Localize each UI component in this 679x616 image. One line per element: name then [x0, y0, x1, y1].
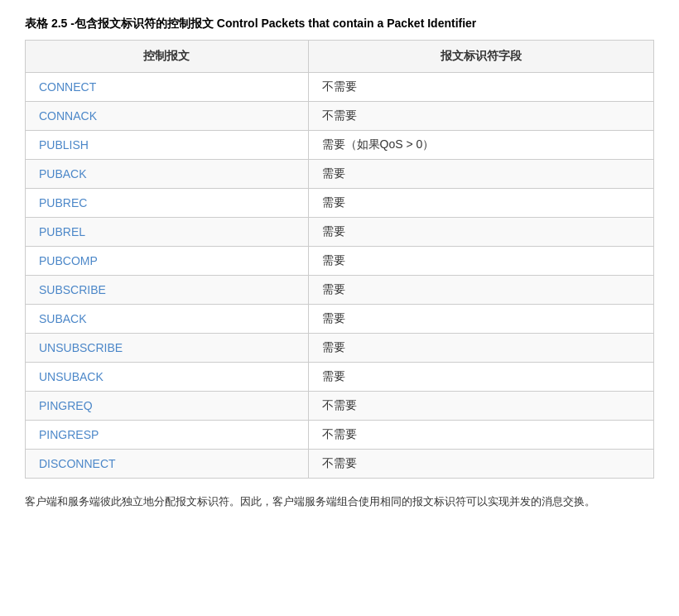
packet-identifier-value: 需要: [308, 334, 653, 363]
packet-identifier-value: 需要: [308, 305, 653, 334]
table-row: PUBLISH需要（如果QoS > 0）: [26, 131, 654, 160]
table-row: DISCONNECT不需要: [26, 450, 654, 479]
table-row: UNSUBSCRIBE需要: [26, 334, 654, 363]
control-packet-name: DISCONNECT: [26, 450, 309, 479]
table-row: CONNACK不需要: [26, 102, 654, 131]
control-packet-name: PUBREL: [26, 218, 309, 247]
table-row: PUBREC需要: [26, 189, 654, 218]
control-packet-name: PINGREQ: [26, 392, 309, 421]
control-packet-name: PUBACK: [26, 160, 309, 189]
packet-identifier-value: 不需要: [308, 392, 653, 421]
control-packet-name: SUBACK: [26, 305, 309, 334]
footnote: 客户端和服务端彼此独立地分配报文标识符。因此，客户端服务端组合使用相同的报文标识…: [25, 492, 654, 511]
packet-identifier-value: 不需要: [308, 421, 653, 450]
table-row: UNSUBACK需要: [26, 363, 654, 392]
packet-identifier-value: 需要: [308, 189, 653, 218]
packet-identifier-value: 需要: [308, 247, 653, 276]
packet-identifier-value: 不需要: [308, 73, 653, 102]
table-row: PUBACK需要: [26, 160, 654, 189]
control-packet-name: UNSUBACK: [26, 363, 309, 392]
table-row: SUBSCRIBE需要: [26, 276, 654, 305]
table-title: 表格 2.5 -包含报文标识符的控制报文 Control Packets tha…: [25, 17, 654, 31]
control-packet-name: CONNACK: [26, 102, 309, 131]
table-row: PUBREL需要: [26, 218, 654, 247]
control-packet-name: PUBLISH: [26, 131, 309, 160]
packet-identifier-value: 需要: [308, 160, 653, 189]
control-packet-name: PUBCOMP: [26, 247, 309, 276]
control-packet-name: CONNECT: [26, 73, 309, 102]
packet-identifier-value: 需要: [308, 218, 653, 247]
packet-identifier-table: 控制报文 报文标识符字段 CONNECT不需要CONNACK不需要PUBLISH…: [25, 40, 654, 479]
table-row: PINGREQ不需要: [26, 392, 654, 421]
packet-identifier-value: 需要: [308, 363, 653, 392]
control-packet-name: SUBSCRIBE: [26, 276, 309, 305]
packet-identifier-value: 需要: [308, 276, 653, 305]
table-row: CONNECT不需要: [26, 73, 654, 102]
column-header-control: 控制报文: [26, 41, 309, 73]
control-packet-name: PINGRESP: [26, 421, 309, 450]
control-packet-name: PUBREC: [26, 189, 309, 218]
control-packet-name: UNSUBSCRIBE: [26, 334, 309, 363]
column-header-identifier: 报文标识符字段: [308, 41, 653, 73]
table-row: PINGRESP不需要: [26, 421, 654, 450]
packet-identifier-value: 不需要: [308, 102, 653, 131]
table-row: PUBCOMP需要: [26, 247, 654, 276]
packet-identifier-value: 不需要: [308, 450, 653, 479]
table-row: SUBACK需要: [26, 305, 654, 334]
packet-identifier-value: 需要（如果QoS > 0）: [308, 131, 653, 160]
